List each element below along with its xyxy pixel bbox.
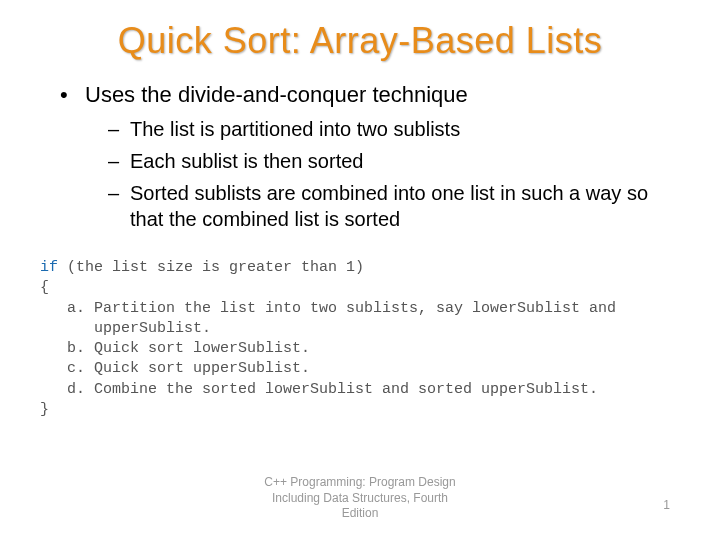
footer-line-3: Edition (0, 506, 720, 522)
code-block: if (the list size is greater than 1) { a… (0, 238, 720, 420)
code-line-b: b. Quick sort lowerSublist. (40, 339, 680, 359)
code-line-a: a. Partition the list into two sublists,… (40, 299, 680, 319)
code-line-open: { (40, 278, 680, 298)
code-line-close: } (40, 400, 680, 420)
bullet-main: Uses the divide-and-conquer technique (60, 82, 670, 108)
code-line-a2: upperSublist. (40, 319, 680, 339)
keyword-if: if (40, 259, 58, 276)
bullet-sub-3: Sorted sublists are combined into one li… (60, 180, 670, 232)
footer: C++ Programming: Program Design Includin… (0, 475, 720, 522)
code-line-if: if (the list size is greater than 1) (40, 258, 680, 278)
footer-line-1: C++ Programming: Program Design (0, 475, 720, 491)
page-number: 1 (663, 498, 670, 512)
content-area: Uses the divide-and-conquer technique Th… (0, 82, 720, 232)
footer-line-2: Including Data Structures, Fourth (0, 491, 720, 507)
code-condition: (the list size is greater than 1) (58, 259, 364, 276)
bullet-sub-2: Each sublist is then sorted (60, 148, 670, 174)
slide-title: Quick Sort: Array-Based Lists (0, 20, 720, 62)
code-line-d: d. Combine the sorted lowerSublist and s… (40, 380, 680, 400)
code-line-c: c. Quick sort upperSublist. (40, 359, 680, 379)
bullet-sub-1: The list is partitioned into two sublist… (60, 116, 670, 142)
